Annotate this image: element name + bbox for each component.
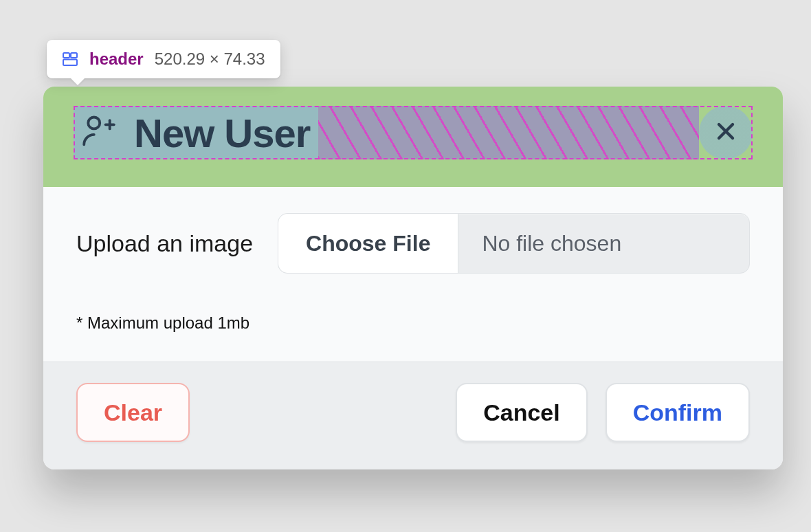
upload-label: Upload an image (76, 230, 253, 257)
close-icon (712, 118, 740, 148)
cancel-button[interactable]: Cancel (456, 383, 588, 442)
user-plus-icon (79, 111, 119, 154)
svg-point-3 (88, 117, 100, 129)
file-chosen-status: No file chosen (458, 214, 749, 273)
dialog-header: New User (74, 106, 753, 159)
devtools-element-tooltip: header 520.29 × 74.33 (47, 40, 280, 78)
upload-row: Upload an image Choose File No file chos… (76, 213, 750, 274)
devtools-element-dimensions: 520.29 × 74.33 (155, 49, 265, 69)
svg-rect-0 (63, 53, 69, 58)
svg-rect-2 (63, 60, 77, 66)
dialog-header-left: New User (74, 106, 318, 159)
choose-file-button[interactable]: Choose File (278, 214, 458, 273)
dialog-header-highlight: New User (43, 87, 783, 187)
file-input[interactable]: Choose File No file chosen (278, 213, 750, 274)
layout-grid-icon (62, 51, 78, 67)
svg-rect-1 (71, 53, 77, 58)
dialog-body: Upload an image Choose File No file chos… (43, 187, 783, 362)
confirm-button[interactable]: Confirm (606, 383, 750, 442)
devtools-margin-overlay (318, 106, 699, 159)
upload-hint: * Maximum upload 1mb (76, 313, 750, 333)
dialog-title: New User (134, 110, 310, 156)
dialog-footer: Clear Cancel Confirm (43, 362, 783, 469)
clear-button[interactable]: Clear (76, 383, 190, 442)
new-user-dialog: New User Upload an image Choose File No … (43, 87, 783, 469)
dialog-close-button[interactable] (699, 106, 753, 159)
devtools-element-tag: header (89, 49, 144, 69)
